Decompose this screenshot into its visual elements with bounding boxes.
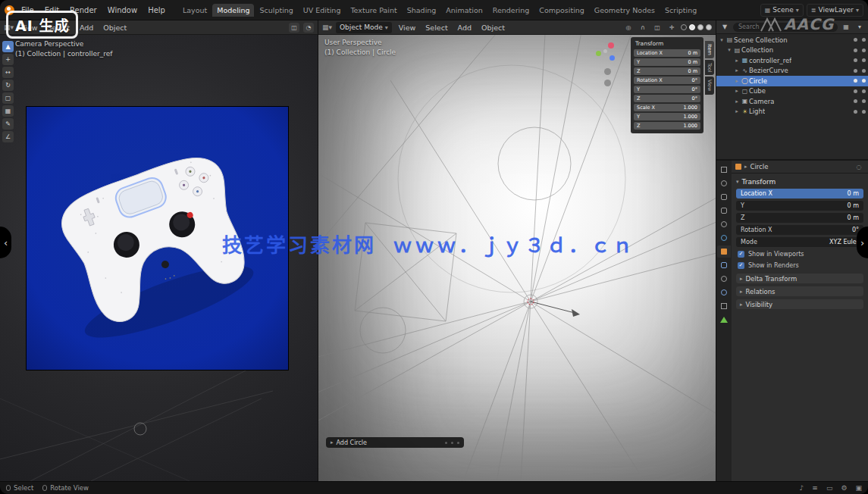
navigation-gizmo[interactable]	[594, 41, 617, 64]
scale-tool-icon[interactable]: ▢	[2, 92, 14, 104]
overlays-icon[interactable]: ◫	[652, 23, 663, 33]
expand-icon[interactable]: ▸	[733, 98, 741, 105]
new-collection-icon[interactable]: ▦	[841, 22, 851, 32]
overlays-icon[interactable]: ◫	[289, 23, 299, 33]
search-icon[interactable]: ◌	[854, 162, 864, 172]
properties-tab-constraints-icon[interactable]	[717, 300, 731, 312]
render-toggle-icon[interactable]	[862, 110, 866, 114]
relations-panel-header[interactable]: ▸Relations	[736, 286, 863, 296]
tab-item[interactable]: Item	[705, 41, 714, 58]
render-toggle-icon[interactable]	[862, 38, 866, 42]
next-arrow[interactable]: ›	[857, 227, 868, 258]
outliner-row[interactable]: ▸▣Camera	[716, 96, 868, 107]
properties-tab-modifiers-icon[interactable]	[717, 259, 731, 271]
transform-panel-header[interactable]: ▾ Transform	[736, 178, 863, 186]
menu-window[interactable]: Window	[104, 5, 141, 16]
move-tool-icon[interactable]: ↔	[2, 67, 14, 78]
scale-z-field[interactable]: Z1.000	[634, 122, 700, 130]
expand-icon[interactable]: ▾	[718, 37, 725, 43]
properties-tab-scene-icon[interactable]	[717, 218, 731, 230]
mode-selector[interactable]: Object Mode▾	[336, 22, 392, 33]
expand-icon[interactable]: ▸	[733, 67, 741, 73]
render-toggle-icon[interactable]	[862, 69, 866, 73]
scale-y-field[interactable]: Y1.000	[634, 113, 700, 120]
menu-add[interactable]: Add	[455, 23, 475, 33]
menu-select[interactable]: Select	[422, 23, 450, 33]
view-layer-selector[interactable]: ≣ViewLayer▾	[807, 4, 863, 17]
measure-tool-icon[interactable]: ∠	[2, 131, 14, 142]
menu-view[interactable]: View	[396, 23, 419, 33]
tab-rendering[interactable]: Rendering	[488, 4, 534, 17]
hide-icon[interactable]	[854, 69, 857, 73]
properties-tab-particles-icon[interactable]	[717, 273, 731, 285]
tab-scripting[interactable]: Scripting	[660, 4, 701, 17]
audio-icon[interactable]: ♪	[800, 484, 804, 492]
proportional-edit-icon[interactable]: ◎	[623, 23, 634, 33]
hide-icon[interactable]	[854, 58, 857, 62]
properties-tab-object-icon[interactable]	[717, 245, 731, 258]
hide-icon[interactable]	[854, 110, 857, 114]
rotate-tool-icon[interactable]: ↻	[2, 80, 14, 91]
menu-help[interactable]: Help	[144, 5, 169, 16]
render-toggle-icon[interactable]	[862, 48, 866, 52]
hide-icon[interactable]	[854, 79, 857, 83]
rotation-x-field[interactable]: Rotation X0°	[736, 225, 863, 235]
show-in-renders-checkbox[interactable]: ✓Show in Renders	[738, 261, 863, 270]
cursor-tool-icon[interactable]: +	[2, 54, 14, 65]
rotation-y-field[interactable]: Y0°	[634, 86, 700, 93]
outliner-row[interactable]: ▸▦controller_ref	[716, 55, 868, 66]
tab-layout[interactable]: Layout	[178, 4, 212, 17]
location-x-field[interactable]: Location X0 m	[634, 49, 700, 57]
reference-viewport-canvas[interactable]: ▲ + ↔ ↻ ▢ ▦ ✎ ∠ Camera Perspective (1) C…	[0, 35, 318, 481]
render-toggle-icon[interactable]	[862, 99, 866, 103]
tab-view[interactable]: View	[705, 77, 714, 94]
settings-gear-icon[interactable]: ⚙	[841, 484, 847, 492]
outliner-row[interactable]: ▸∿BezierCurve	[716, 66, 868, 77]
tab-tool[interactable]: Tool	[705, 60, 714, 76]
render-toggle-icon[interactable]	[862, 79, 866, 83]
location-y-field[interactable]: Y0 m	[634, 58, 700, 66]
editor-type-icon[interactable]: ▦▾	[322, 23, 332, 31]
material-shading-icon[interactable]	[697, 24, 703, 30]
properties-tab-render-icon[interactable]	[717, 177, 731, 189]
menu-icon[interactable]: ≡	[812, 484, 818, 492]
delta-transform-panel-header[interactable]: ▸Delta Transform	[736, 274, 863, 283]
outliner-row[interactable]: ▾▤Collection	[716, 45, 868, 56]
annotate-tool-icon[interactable]: ✎	[2, 118, 14, 130]
filter-icon[interactable]: ▼	[719, 22, 730, 32]
rotation-z-field[interactable]: Z0°	[634, 95, 700, 102]
properties-tab-view-layer-icon[interactable]	[717, 205, 731, 217]
rendered-shading-icon[interactable]	[706, 24, 712, 30]
tab-modeling[interactable]: Modeling	[212, 4, 254, 17]
scale-x-field[interactable]: Scale X1.000	[634, 104, 700, 111]
solid-shading-icon[interactable]	[689, 24, 695, 30]
outliner-row-selected[interactable]: ▸◯Circle	[716, 76, 868, 86]
tab-sculpting[interactable]: Sculpting	[255, 4, 297, 17]
properties-tab-output-icon[interactable]	[717, 191, 731, 203]
properties-tab-world-icon[interactable]	[717, 232, 731, 244]
properties-tab-data-icon[interactable]	[717, 314, 731, 326]
axis-y-icon[interactable]	[596, 51, 601, 56]
render-toggle-icon[interactable]	[862, 58, 866, 62]
expand-icon[interactable]: ▸	[733, 88, 741, 94]
tab-texture-paint[interactable]: Texture Paint	[346, 4, 401, 17]
outliner-options-icon[interactable]: ▾	[854, 22, 865, 32]
hide-icon[interactable]	[854, 89, 857, 93]
location-x-field[interactable]: Location X0 m	[736, 189, 863, 199]
axis-x-icon[interactable]	[608, 42, 614, 48]
scene-selector[interactable]: ▦Scene▾	[760, 4, 804, 17]
transform-tool-icon[interactable]: ▦	[2, 105, 14, 117]
wireframe-shading-icon[interactable]	[681, 24, 687, 30]
expand-icon[interactable]: ▸	[733, 78, 741, 84]
menu-object[interactable]: Object	[100, 23, 130, 33]
select-box-tool-icon[interactable]: ▲	[2, 41, 14, 52]
outliner-row[interactable]: ▸☀Light	[716, 107, 868, 117]
tab-animation[interactable]: Animation	[441, 4, 487, 17]
properties-tab-tool-icon[interactable]	[717, 164, 731, 176]
location-z-field[interactable]: Z0 m	[634, 67, 700, 75]
hide-icon[interactable]	[854, 48, 857, 52]
hide-icon[interactable]	[854, 38, 857, 42]
viewport-canvas[interactable]: User Perspective (1) Collection | Circle…	[318, 35, 716, 481]
tab-shading[interactable]: Shading	[403, 4, 441, 17]
outliner-row[interactable]: ▸▢Cube	[716, 86, 868, 97]
